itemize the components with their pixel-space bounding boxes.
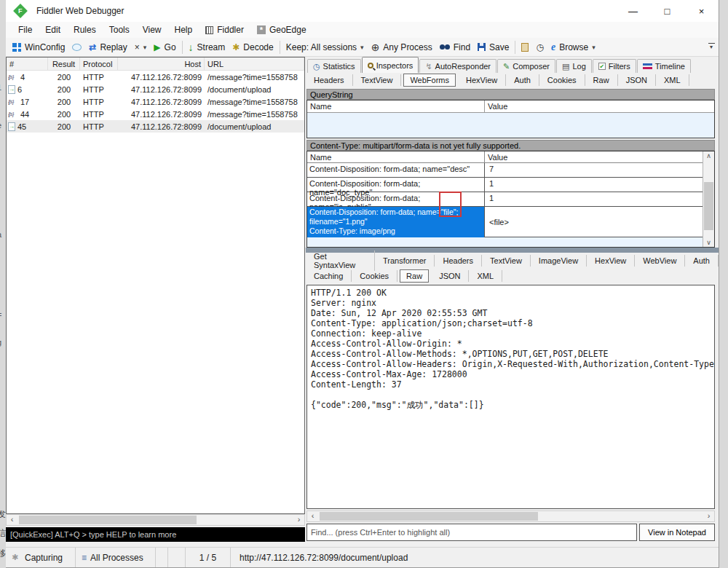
formdata-row[interactable]: Content-Disposition: form-data; name="do… [307,178,703,192]
timer-button[interactable]: ◷ [532,39,547,55]
column-header-host[interactable]: Host [118,58,205,70]
menu-geoedge[interactable]: * GeoEdge [250,25,313,35]
tab-auth[interactable]: Auth [506,74,539,86]
tab-resp-json[interactable]: JSON [431,270,469,282]
querystring-value-header[interactable]: Value [485,100,714,112]
querystring-name-header[interactable]: Name [307,100,485,112]
formdata-value-header[interactable]: Value [485,151,714,162]
tab-json[interactable]: JSON [618,74,656,86]
tab-textview[interactable]: TextView [353,74,402,86]
tab-webview[interactable]: WebView [635,255,685,267]
browse-button[interactable]: e Browse ▾ [547,39,599,55]
tab-inspectors[interactable]: Inspectors [362,57,419,73]
session-row[interactable]: {js}44 200 HTTP 47.112.126.72:8099 /mess… [7,108,304,120]
tab-cookies[interactable]: Cookies [539,74,585,86]
tab-timeline[interactable]: Timeline [637,59,691,73]
tab-filters[interactable]: ✔ Filters [593,59,636,73]
formdata-row[interactable]: Content-Disposition: form-data; name="is… [307,192,703,207]
formdata-vscrollbar[interactable]: ∧ ∨ [703,151,714,247]
session-url: /message?time=1558758 [205,73,304,82]
tab-xml[interactable]: XML [656,74,689,86]
formdata-row-selected[interactable]: Content-Disposition: form-data; name="fi… [307,207,703,237]
maximize-button[interactable]: □ [650,0,684,22]
decode-button[interactable]: ✱ Decode [229,39,277,55]
tab-resp-auth[interactable]: Auth [685,255,719,267]
tab-resp-textview[interactable]: TextView [482,255,531,267]
process-filter-toggle[interactable]: ≡ All Processes [76,548,156,567]
tab-headers[interactable]: Headers [306,74,353,86]
capturing-toggle[interactable]: ✱ Capturing [6,548,76,567]
tab-webforms[interactable]: WebForms [403,74,456,87]
menu-file[interactable]: File [12,25,39,35]
menu-fiddler-label: Fiddler [217,25,244,35]
tab-resp-xml[interactable]: XML [469,270,502,282]
session-number: 45 [17,122,26,131]
status-cell-empty [156,548,168,567]
minimize-button[interactable]: — [616,0,650,22]
view-in-notepad-button[interactable]: View in Notepad [639,524,715,541]
tab-transformer[interactable]: Transformer [375,255,435,267]
menu-view[interactable]: View [136,25,168,35]
save-button[interactable]: Save [474,39,513,55]
column-header-result[interactable]: Result [48,58,80,70]
menu-edit[interactable]: Edit [39,25,67,35]
scroll-up-icon[interactable]: ∧ [703,152,714,159]
remove-sessions-button[interactable]: × ▾ [131,39,151,55]
tab-caching[interactable]: Caching [306,270,352,282]
toolbar-overflow-button[interactable]: ▾ [705,40,717,55]
scroll-right-icon[interactable]: › [703,511,714,521]
scroll-down-icon[interactable]: ∨ [703,239,714,246]
tab-get-syntaxview[interactable]: Get SyntaxView [306,251,375,271]
formdata-name-header[interactable]: Name [307,151,485,162]
tab-raw[interactable]: Raw [585,74,618,86]
session-row-selected[interactable]: →45 200 HTTP 47.112.126.72:8099 /documen… [7,120,304,133]
response-hscrollbar[interactable]: ‹ › [306,510,715,522]
column-header-number[interactable]: # [7,58,48,70]
menu-help[interactable]: Help [168,25,199,35]
find-button[interactable]: Find [436,39,474,55]
go-button[interactable]: ▶ Go [150,39,179,55]
tab-imageview[interactable]: ImageView [531,255,587,267]
tab-log[interactable]: ▤ Log [556,59,592,73]
scrollbar-thumb[interactable] [704,182,713,230]
scrollbar-thumb[interactable] [19,516,197,524]
tab-composer[interactable]: ✎ Composer [497,59,555,73]
winconfig-button[interactable]: WinConfig [9,39,68,55]
tab-resp-cookies[interactable]: Cookies [352,270,397,282]
menu-rules[interactable]: Rules [67,25,103,35]
tab-autoresponder[interactable]: ↯ AutoResponder [419,59,496,73]
menu-fiddler[interactable]: Fiddler [199,25,250,35]
quickexec-bar[interactable]: [QuickExec] ALT+Q > type HELP to learn m… [6,527,305,542]
keep-sessions-dropdown[interactable]: Keep: All sessions ▾ [282,39,368,55]
scrollbar-thumb[interactable] [320,512,538,521]
close-button[interactable]: × [684,0,719,22]
scroll-left-icon[interactable]: ‹ [7,515,17,525]
replay-button[interactable]: ⇄ Replay [85,39,130,55]
binoculars-icon [440,44,445,50]
tab-resp-raw[interactable]: Raw [400,269,429,283]
comment-button[interactable] [68,39,85,55]
formdata-row[interactable]: Content-Disposition: form-data; name="de… [307,163,703,178]
background-window-text-fragment: g [0,338,6,347]
session-row[interactable]: {js}4 200 HTTP 47.112.126.72:8099 /messa… [7,71,304,83]
crosshair-icon: ⊕ [371,42,380,53]
menu-tools[interactable]: Tools [103,25,136,35]
stream-button[interactable]: ↓ Stream [185,39,229,55]
tab-statistics[interactable]: ◷ Statistics [307,59,361,73]
session-list-hscrollbar[interactable]: ‹ › [6,514,305,526]
column-header-protocol[interactable]: Protocol [80,58,118,70]
formdata-value: 7 [485,163,703,177]
scroll-right-icon[interactable]: › [293,515,304,525]
tab-resp-hexview[interactable]: HexView [587,255,635,267]
background-window-text-fragment: t [0,201,6,210]
response-raw-view[interactable]: HTTP/1.1 200 OK Server: nginx Date: Sun,… [306,285,715,509]
column-header-url[interactable]: URL [205,58,304,70]
any-process-button[interactable]: ⊕ Any Process [368,39,436,55]
screenshot-button[interactable] [518,39,532,55]
scroll-left-icon[interactable]: ‹ [307,511,318,521]
session-row[interactable]: {js}17 200 HTTP 47.112.126.72:8099 /mess… [7,95,304,108]
tab-resp-headers[interactable]: Headers [435,255,482,267]
find-input[interactable] [306,524,637,541]
session-row[interactable]: →6 200 HTTP 47.112.126.72:8099 /document… [7,83,304,95]
tab-hexview[interactable]: HexView [458,74,506,86]
